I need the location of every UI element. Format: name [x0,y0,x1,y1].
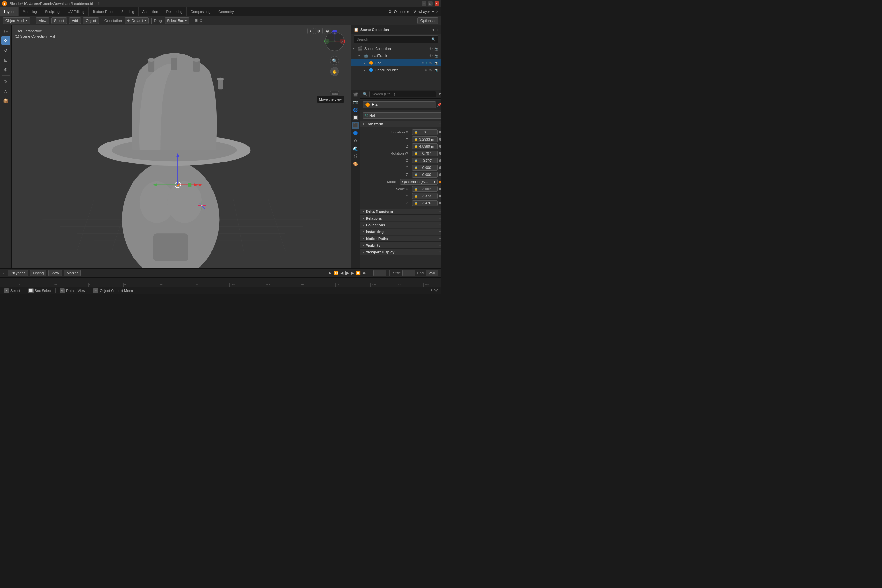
loc-y-lock[interactable]: 🔒 [414,138,418,141]
section-instancing-header[interactable]: ▸ Instancing ··· [360,229,441,235]
orientation-dropdown[interactable]: ⊕ Default ▾ [125,17,148,24]
rot-z-lock[interactable]: 🔒 [414,173,418,176]
outliner-item-headoccluder[interactable]: ▸ 🔷 HeadOccluder ⊘ 👁 📷 [351,66,441,74]
outliner-new-icon[interactable]: + [436,28,438,32]
select-btn[interactable]: ● Select [3,288,22,293]
scale-z-value[interactable]: 🔒 3.476 [412,200,438,206]
props-physics-icon[interactable]: 🌊 [352,145,359,152]
headoccluder-vis-btn[interactable]: 👁 [428,68,433,72]
next-frame-btn[interactable]: ▶ [351,271,354,275]
scale-x-dot[interactable] [439,188,441,190]
loc-x-dot[interactable] [439,131,441,134]
start-frame-input[interactable] [402,270,415,276]
marker-menu[interactable]: Marker [64,270,81,276]
select-box-dropdown[interactable]: Select Box ▾ [165,17,189,24]
scale-x-value[interactable]: 🔒 3.002 [412,186,438,192]
tab-modeling[interactable]: Modeling [19,7,41,16]
object-type-selector[interactable]: 🔶 Hat [363,101,436,108]
rotate-tool[interactable]: ↺ [1,46,10,55]
viewport[interactable]: User Perspective (1) Scene Collection | … [12,25,351,268]
tab-texture-paint[interactable]: Texture Paint [88,7,117,16]
location-y-value[interactable]: 🔒 3.2933 m [412,136,438,142]
scale-y-dot[interactable] [439,195,441,197]
rot-w-lock[interactable]: 🔒 [414,152,418,155]
view-menu[interactable]: View [36,17,50,24]
viewlayer-remove[interactable]: × [436,9,438,14]
tab-sculpting[interactable]: Sculpting [41,7,64,16]
tab-compositing[interactable]: Compositing [187,7,214,16]
scale-z-lock[interactable]: 🔒 [414,201,418,205]
section-visibility-header[interactable]: ▸ Visibility ··· [360,242,441,249]
scene-icon[interactable]: ⚙ [388,9,392,14]
props-object-icon[interactable]: ⬛ [352,122,359,129]
annotate-tool[interactable]: ✎ [1,77,10,86]
measure-tool[interactable]: △ [1,87,10,96]
pan-gizmo-btn[interactable]: ✋ [330,67,339,76]
maximize-btn[interactable]: □ [428,1,433,6]
data-block-selector[interactable]: ⬡ Hat [363,112,441,118]
rot-x-lock[interactable]: 🔒 [414,159,418,162]
tab-geometry[interactable]: Geometry [214,7,238,16]
pin-icon[interactable]: 📌 [437,103,441,107]
headtrack-vis-btn[interactable]: 👁 [428,54,433,58]
rot-z-dot[interactable] [439,173,441,176]
shading-rendered-btn[interactable]: ◕ [324,28,332,34]
rotation-x-value[interactable]: 🔒 -0.707 [412,158,438,164]
move-tool[interactable]: ✛ [1,36,10,45]
box-select-btn[interactable]: ⬜ Box Select [27,288,53,293]
location-x-value[interactable]: 🔒 0 m [412,129,438,135]
play-btn[interactable]: ▶ [345,270,349,276]
end-frame-input[interactable] [426,270,438,276]
section-transform-header[interactable]: ▾ Transform ··· [360,121,441,128]
current-frame-input[interactable] [373,270,386,276]
add-menu[interactable]: Add [69,17,81,24]
outliner-item-hat[interactable]: ▸ 🔶 Hat ⛓ 3 👁 📷 [351,59,441,66]
tab-layout[interactable]: Layout [0,7,19,16]
scale-z-dot[interactable] [439,202,441,204]
prev-frame-btn[interactable]: ◀ [340,271,344,275]
rot-y-lock[interactable]: 🔒 [414,166,418,169]
skip-end-btn[interactable]: ⏭ [363,271,366,275]
tab-shading[interactable]: Shading [117,7,138,16]
shading-solid-btn[interactable]: ● [307,28,314,34]
select-menu[interactable]: Select [51,17,67,24]
playback-menu[interactable]: Playback [8,270,28,276]
loc-x-lock[interactable]: 🔒 [414,130,418,134]
timeline-ruler[interactable]: 1 20 40 60 80 100 120 140 160 180 200 22… [0,278,441,287]
rotation-w-value[interactable]: 🔒 0.707 [412,150,438,156]
zoom-gizmo-btn[interactable]: 🔍 [330,56,339,65]
props-particles-icon[interactable]: ⚙ [352,137,359,144]
mode-dropdown[interactable]: Object Mode ▾ [3,17,30,24]
transform-tool[interactable]: ⊕ [1,65,10,74]
rot-w-dot[interactable] [439,152,441,155]
timeline-view-menu[interactable]: View [48,270,62,276]
expand-headoccluder[interactable]: ▸ [364,68,368,72]
props-modifier-icon[interactable]: 🔵 [352,130,359,136]
rot-y-dot[interactable] [439,166,441,169]
options-btn[interactable]: Options » [417,17,438,24]
outliner-search-input[interactable] [354,36,438,43]
rotation-mode-dropdown[interactable]: Quaternion (W... ▾ [400,179,438,185]
props-object-data-icon[interactable]: 🎨 [352,160,359,168]
outliner-item-scene-collection[interactable]: ▾ 🎬 Scene Collection 👁 📷 [351,45,441,52]
scale-x-lock[interactable]: 🔒 [414,187,418,190]
minimize-btn[interactable]: − [422,1,426,6]
props-view-layer-icon[interactable]: 🌀 [352,106,359,114]
rot-mode-dot[interactable] [439,180,441,183]
outliner-item-headtrack[interactable]: ▾ 📹 HeadTrack 👁 📷 [351,52,441,59]
loc-z-dot[interactable] [439,145,441,148]
prev-keyframe-btn[interactable]: ⏪ [334,271,339,275]
expand-scene[interactable]: ▾ [353,47,357,50]
section-viewport-display-header[interactable]: ▸ Viewport Display ··· [360,249,441,255]
hat-vis-btn[interactable]: 👁 [428,61,433,65]
viewlayer-icon[interactable]: + [432,9,434,14]
tab-animation[interactable]: Animation [139,7,162,16]
tab-rendering[interactable]: Rendering [162,7,187,16]
cursor-tool[interactable]: ◎ [1,26,10,36]
props-output-icon[interactable]: 📷 [352,99,359,106]
section-delta-header[interactable]: ▸ Delta Transform ··· [360,208,441,215]
shading-material-btn[interactable]: ◑ [315,28,323,34]
scale-y-lock[interactable]: 🔒 [414,194,418,198]
props-constraints-icon[interactable]: ⛓ [352,153,359,160]
expand-hat[interactable]: ▸ [364,61,368,64]
